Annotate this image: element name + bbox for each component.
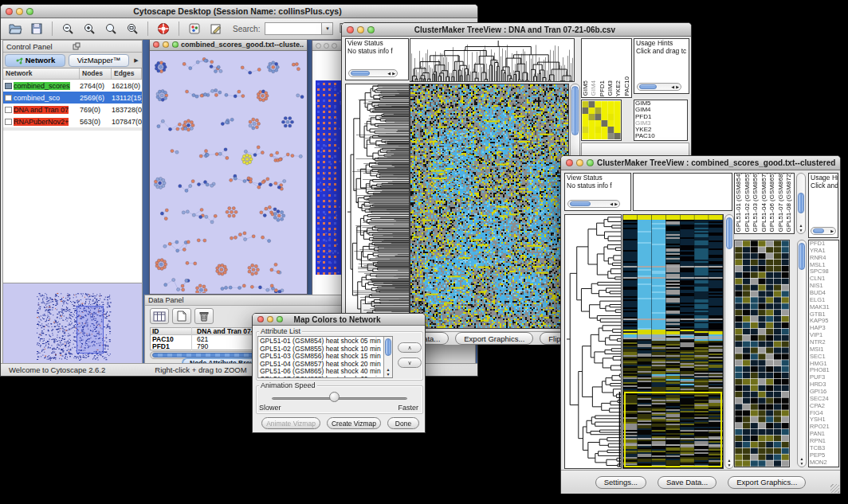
network-tree-area[interactable] <box>3 131 142 283</box>
column-label[interactable]: PFD1 <box>599 39 607 97</box>
col-edges[interactable]: Edges <box>112 68 142 79</box>
list-vertical-scrollbar[interactable]: ▲▼ <box>383 337 392 377</box>
new-attribute-button[interactable] <box>172 308 191 324</box>
horizontal-scrollbar[interactable]: ◀▶ <box>348 69 398 77</box>
column-label[interactable]: PAC10 <box>623 39 631 97</box>
close-icon[interactable] <box>6 8 13 15</box>
scroll-right-arrow[interactable]: ▶ <box>676 84 679 89</box>
close-icon[interactable] <box>316 43 321 49</box>
labels-vertical-scrollbar[interactable]: ▲▼ <box>796 173 806 234</box>
close-icon[interactable] <box>347 26 354 33</box>
column-label[interactable]: GPL51-08 (GSM872) <box>785 174 794 233</box>
open-session-button[interactable] <box>6 20 25 37</box>
column-label[interactable]: GIM3 <box>607 39 614 97</box>
maximize-icon[interactable] <box>332 43 337 49</box>
resize-grip[interactable] <box>830 484 839 493</box>
cluster-matrix-canvas[interactable] <box>582 100 621 140</box>
scroll-left-arrow[interactable]: ◀ <box>387 71 391 76</box>
move-down-button[interactable]: ∨ <box>398 357 422 368</box>
horizontal-scrollbar[interactable]: ◀▶ <box>567 200 620 208</box>
maximize-icon[interactable] <box>587 159 594 166</box>
network-canvas[interactable] <box>150 51 307 293</box>
scroll-right-arrow[interactable]: ▶ <box>392 71 395 76</box>
animation-slider-thumb[interactable] <box>329 392 340 402</box>
scrollbar-thumb[interactable] <box>799 243 805 270</box>
minimize-icon[interactable] <box>357 26 364 33</box>
row-label[interactable]: PAC10 <box>634 133 687 139</box>
column-label[interactable]: GPL51-02 (GSM855) <box>744 174 752 233</box>
heatmap-canvas[interactable] <box>623 215 723 468</box>
minimize-icon[interactable] <box>324 43 329 49</box>
close-icon[interactable] <box>566 159 573 166</box>
zoom-selected-button[interactable] <box>101 20 120 37</box>
attribute-item[interactable]: GPL51-07 (GSM868) heat shock 60 min <box>260 376 392 379</box>
scrollbar-thumb[interactable] <box>726 217 732 249</box>
scroll-left-arrow[interactable]: ◀ <box>610 201 613 206</box>
column-label[interactable]: GPL51-01 (GSM854) <box>735 174 744 233</box>
col-id[interactable]: ID <box>151 327 192 335</box>
column-label[interactable]: GPL51-04 (GSM857) <box>760 174 769 233</box>
treeview-action-button[interactable]: Settings... <box>595 476 646 489</box>
select-attributes-button[interactable] <box>150 308 169 324</box>
column-label[interactable]: GIM5 <box>582 39 590 97</box>
maximize-icon[interactable] <box>367 26 375 33</box>
network-table-header[interactable]: Network Nodes Edges <box>3 68 142 80</box>
animation-slider-track[interactable] <box>272 397 407 400</box>
search-input[interactable] <box>265 23 321 34</box>
column-labels-panel[interactable]: GPL51-01 (GSM854) GPL51-02 (GSM855) GPL5… <box>734 173 795 234</box>
treeview1-titlebar[interactable]: ClusterMaker TreeView : DNA and Tran 07-… <box>342 23 691 37</box>
done-button[interactable]: Done <box>387 417 419 429</box>
row-dendrogram-canvas[interactable] <box>346 84 409 328</box>
close-icon[interactable] <box>153 41 159 48</box>
scroll-right-arrow[interactable]: ▶ <box>830 229 834 233</box>
scrollbar-thumb[interactable] <box>570 201 591 206</box>
scroll-down-arrow[interactable]: ▼ <box>799 228 803 232</box>
create-vizmap-button[interactable]: Create Vizmap <box>327 417 381 429</box>
treeview2-titlebar[interactable]: ClusterMaker TreeView : combined_scores_… <box>561 156 840 170</box>
gene-labels-panel[interactable]: PFD1YRA1RNR4MSL1SPC98CLN1NIS1BUD4ELG1MAK… <box>808 240 839 467</box>
zoom-out-button[interactable] <box>58 20 77 37</box>
scrollbar-thumb[interactable] <box>639 84 657 89</box>
column-labels-panel[interactable]: GIM5 GIM4 PFD1 GIM3 YKE2 PAC10 <box>581 38 632 98</box>
float-panel-icon[interactable] <box>73 42 139 50</box>
animate-vizmap-button[interactable]: Animate Vizmap <box>261 417 320 429</box>
col-nodes[interactable]: Nodes <box>80 68 112 79</box>
minimize-icon[interactable] <box>163 41 169 48</box>
column-label[interactable]: GPL51-03 (GSM856) <box>752 174 760 233</box>
scrollbar-thumb[interactable] <box>798 193 804 213</box>
zoom-fit-button[interactable] <box>123 20 142 37</box>
scroll-down-arrow[interactable]: ▼ <box>387 372 391 377</box>
network-overview-canvas[interactable] <box>3 283 142 365</box>
column-label[interactable]: YKE2 <box>614 39 622 97</box>
network-list-row[interactable]: combined_scores 2764(0) 16218(0) <box>3 80 142 92</box>
maximize-icon[interactable] <box>26 8 33 15</box>
network-window-titlebar[interactable]: combined_scores_good.txt--cluste... <box>150 40 307 51</box>
dialog-titlebar[interactable]: Map Colors to Network <box>253 314 425 326</box>
dense-network-canvas[interactable] <box>315 79 342 278</box>
scrollbar-thumb[interactable] <box>385 338 391 356</box>
tab-network[interactable]: Network <box>5 54 65 67</box>
maximize-icon[interactable] <box>172 41 179 48</box>
row-labels-panel[interactable]: GIM5GIM4PFD1GIM3YKE2PAC10 <box>634 100 688 141</box>
column-label[interactable]: GPL51-07 (GSM868) <box>777 174 786 233</box>
search-combobox[interactable]: ▼ <box>265 22 333 35</box>
network-list-row[interactable]: DNA and Tran 07 769(0) 183728(0) <box>3 104 142 115</box>
heatmap-vertical-scrollbar[interactable]: ▲▼ <box>724 214 734 469</box>
move-up-button[interactable]: ∧ <box>398 342 422 353</box>
save-session-button[interactable] <box>27 20 46 37</box>
heatmap-canvas[interactable] <box>410 84 568 328</box>
vizmapper-button[interactable] <box>185 20 204 37</box>
column-dendrogram-canvas[interactable] <box>410 39 574 81</box>
attribute-list[interactable]: GPL51-01 (GSM854) heat shock 05 minGPL51… <box>257 336 393 378</box>
scroll-down-arrow[interactable]: ▼ <box>728 463 732 467</box>
scrollbar-thumb[interactable] <box>571 86 579 135</box>
scrollbar-thumb[interactable] <box>813 229 824 233</box>
scroll-right-arrow[interactable]: ▶ <box>614 201 618 206</box>
maximize-icon[interactable] <box>277 316 283 322</box>
zoom-in-button[interactable] <box>80 20 99 37</box>
treeview-action-button[interactable]: Export Graphics... <box>455 332 533 345</box>
horizontal-scrollbar[interactable]: ▶ <box>811 227 836 235</box>
minimize-icon[interactable] <box>267 316 273 322</box>
row-dendrogram-canvas[interactable] <box>565 215 621 468</box>
zoom-heatmap-canvas[interactable] <box>735 240 789 467</box>
